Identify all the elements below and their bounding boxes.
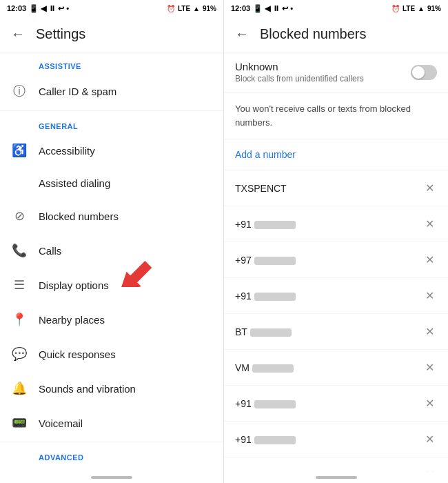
unknown-text-block: Unknown Block calls from unidentified ca…	[235, 61, 364, 83]
number-left: +97	[235, 470, 296, 473]
divider-2	[0, 442, 223, 442]
sidebar-item-nearby-places[interactable]: 📍 Nearby places	[0, 302, 223, 337]
unknown-sub: Block calls from unidentified callers	[235, 74, 364, 83]
sidebar-item-accessibility[interactable]: ♿ Accessibility	[0, 133, 223, 168]
sidebar-item-calls[interactable]: 📞 Calls	[0, 233, 223, 268]
blocked-numbers-icon: ⊘	[11, 208, 28, 224]
blocked-numbers-title: Blocked numbers	[260, 26, 367, 42]
sidebar-item-display-options[interactable]: ☰ Display options	[0, 268, 223, 302]
sounds-icon: 🔔	[11, 381, 28, 396]
section-general: GENERAL	[0, 112, 223, 133]
blocked-numbers-list: TXSPENCT ✕ +91 ✕ +97 ✕ +91 ✕	[224, 170, 448, 472]
sidebar-item-voicemail[interactable]: 📟 Voicemail	[0, 406, 223, 440]
unknown-main: Unknown	[235, 61, 364, 72]
icons-right: 📱 ◀ ⏸ ↩ •	[253, 4, 293, 13]
sidebar-item-sounds-vibration[interactable]: 🔔 Sounds and vibration	[0, 371, 223, 406]
number-left: +91	[235, 398, 296, 409]
status-time-right: 12:03 📱 ◀ ⏸ ↩ •	[231, 4, 293, 13]
remove-button[interactable]: ✕	[422, 179, 437, 197]
sidebar-item-caller-id-announcement[interactable]: Caller ID announcement	[0, 464, 223, 472]
sidebar-item-caller-id-spam[interactable]: ⓘ Caller ID & spam	[0, 73, 223, 109]
sidebar-item-assisted-dialing[interactable]: Assisted dialing	[0, 168, 223, 199]
accessibility-label: Accessibility	[39, 145, 95, 157]
caller-id-spam-label: Caller ID & spam	[39, 86, 116, 97]
remove-button[interactable]: ✕	[422, 215, 437, 233]
remove-button[interactable]: ✕	[422, 358, 437, 377]
alarm-icon-right: ⏰	[391, 5, 400, 12]
number-text: +91	[235, 290, 296, 302]
accessibility-icon: ♿	[11, 143, 28, 158]
display-options-label: Display options	[39, 279, 109, 291]
number-text: +91	[235, 434, 296, 445]
right-scrollbar	[316, 476, 357, 479]
number-text: +97	[235, 470, 296, 473]
back-button-right[interactable]: ←	[235, 26, 249, 42]
time-left: 12:03	[7, 4, 26, 12]
icons-left: 📱 ◀ ⏸ ↩ •	[29, 4, 69, 13]
right-panel: 12:03 📱 ◀ ⏸ ↩ • ⏰ LTE ▲ 91% ← Blocked nu…	[224, 0, 448, 483]
calls-label: Calls	[39, 245, 61, 257]
section-assistive: ASSISTIVE	[0, 52, 223, 73]
calls-icon: 📞	[11, 243, 28, 258]
remove-button[interactable]: ✕	[422, 430, 437, 448]
unknown-toggle[interactable]	[411, 65, 437, 80]
voicemail-label: Voicemail	[39, 417, 83, 429]
nearby-places-label: Nearby places	[39, 314, 105, 326]
signal-icon: ▲	[193, 5, 200, 12]
settings-title: Settings	[36, 26, 85, 42]
blurred-number	[250, 328, 292, 337]
voicemail-icon: 📟	[11, 415, 28, 431]
right-header: ← Blocked numbers	[224, 17, 448, 52]
blurred-number	[254, 221, 296, 229]
sounds-label: Sounds and vibration	[39, 383, 136, 395]
list-item: +91 ✕	[224, 278, 448, 314]
sidebar-item-quick-responses[interactable]: 💬 Quick responses	[0, 337, 223, 371]
left-header: ← Settings	[0, 17, 223, 52]
number-text: VM	[235, 362, 294, 373]
status-right-left: ⏰ LTE ▲ 91%	[167, 5, 216, 12]
signal-icon-right: ▲	[418, 5, 425, 12]
number-text: TXSPENCT	[235, 183, 287, 194]
remove-button[interactable]: ✕	[422, 250, 437, 269]
battery-left: 91%	[203, 5, 216, 12]
number-left: +97	[235, 255, 296, 266]
status-time-left: 12:03 📱 ◀ ⏸ ↩ •	[7, 4, 69, 13]
alarm-icon: ⏰	[167, 5, 175, 12]
settings-list: ASSISTIVE ⓘ Caller ID & spam GENERAL ♿ A…	[0, 52, 223, 472]
sidebar-item-blocked-numbers[interactable]: ⊘ Blocked numbers	[0, 199, 223, 233]
blocked-numbers-label: Blocked numbers	[39, 210, 119, 222]
battery-right: 91%	[427, 5, 441, 12]
left-status-bar: 12:03 📱 ◀ ⏸ ↩ • ⏰ LTE ▲ 91%	[0, 0, 223, 17]
divider-1	[0, 110, 223, 111]
list-item: +91 ✕	[224, 386, 448, 422]
list-item: TXSPENCT ✕	[224, 170, 448, 206]
list-item: +97 ✕	[224, 457, 448, 472]
blocked-info-text: You won't receive calls or texts from bl…	[224, 92, 448, 139]
left-scrollbar	[91, 476, 132, 479]
right-status-bar: 12:03 📱 ◀ ⏸ ↩ • ⏰ LTE ▲ 91%	[224, 0, 448, 17]
remove-button[interactable]: ✕	[422, 322, 437, 341]
blurred-number	[254, 257, 296, 265]
remove-button[interactable]: ✕	[422, 286, 437, 305]
unknown-section: Unknown Block calls from unidentified ca…	[224, 52, 448, 92]
number-left: +91	[235, 434, 296, 445]
back-button-left[interactable]: ←	[11, 26, 25, 42]
lte-icon-right: LTE	[403, 5, 415, 12]
add-number-button[interactable]: Add a number	[224, 139, 448, 170]
remove-button[interactable]: ✕	[422, 466, 437, 472]
list-item: VM ✕	[224, 350, 448, 386]
quick-responses-icon: 💬	[11, 346, 28, 362]
number-left: VM	[235, 362, 294, 373]
nearby-places-icon: 📍	[11, 312, 28, 327]
number-text: +91	[235, 398, 296, 409]
display-options-icon: ☰	[11, 277, 28, 293]
lte-icon: LTE	[178, 5, 190, 12]
number-left: TXSPENCT	[235, 183, 287, 194]
list-item: +91 ✕	[224, 422, 448, 457]
number-left: +91	[235, 290, 296, 302]
remove-button[interactable]: ✕	[422, 394, 437, 413]
list-item: +91 ✕	[224, 206, 448, 242]
number-left: +91	[235, 219, 296, 230]
section-advanced: ADVANCED	[0, 444, 223, 464]
status-right-right: ⏰ LTE ▲ 91%	[391, 5, 441, 12]
